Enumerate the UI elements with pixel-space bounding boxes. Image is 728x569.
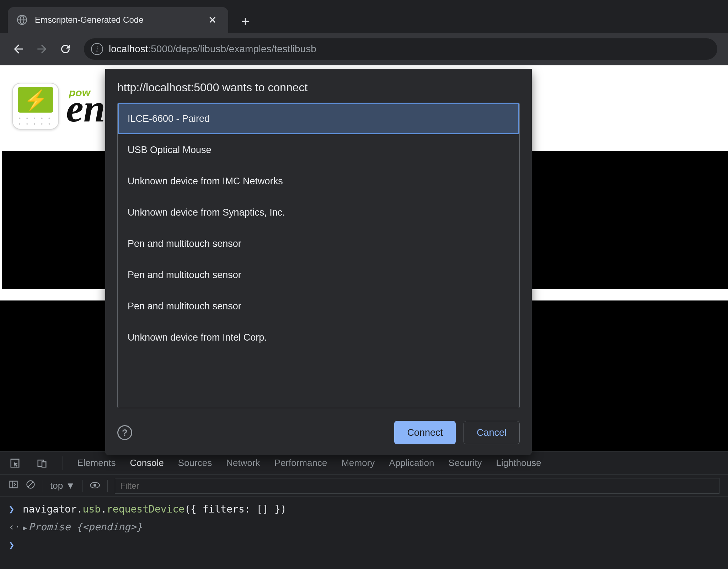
device-toggle-icon[interactable] [36, 457, 48, 470]
emscripten-logo: ⚡ • • • • •• • • • • [12, 83, 59, 130]
prompt-chevron-icon: ❯ [9, 536, 17, 554]
console-toolbar: top ▼ [0, 475, 728, 497]
devtools-panel: Elements Console Sources Network Perform… [0, 451, 728, 569]
devtools-tab-elements[interactable]: Elements [77, 457, 116, 468]
device-item[interactable]: Unknown device from IMC Networks [118, 166, 519, 197]
back-button[interactable] [11, 41, 26, 57]
output-chevron-icon: ‹· [9, 518, 17, 536]
close-icon[interactable]: ✕ [206, 14, 218, 26]
address-bar[interactable]: i localhost:5000/deps/libusb/examples/te… [84, 38, 717, 60]
device-item[interactable]: Pen and multitouch sensor [118, 259, 519, 291]
reload-button[interactable] [58, 41, 73, 57]
clear-console-icon[interactable] [26, 479, 36, 492]
info-icon[interactable]: i [91, 43, 103, 55]
live-expression-icon[interactable] [90, 480, 100, 491]
new-tab-button[interactable]: ＋ [238, 13, 252, 28]
devtools-tab-console[interactable]: Console [130, 457, 164, 468]
svg-point-9 [93, 484, 96, 487]
cancel-button[interactable]: Cancel [464, 421, 520, 444]
url-text: localhost:5000/deps/libusb/examples/test… [109, 43, 316, 55]
console-input-text: navigator.usb.requestDevice({ filters: [… [23, 500, 287, 518]
console-log: ❯ navigator.usb.requestDevice({ filters:… [0, 497, 728, 558]
globe-icon [16, 14, 28, 26]
sidebar-toggle-icon[interactable] [9, 479, 18, 492]
browser-tab[interactable]: Emscripten-Generated Code ✕ [8, 7, 228, 33]
help-icon[interactable]: ? [117, 425, 132, 440]
browser-toolbar: i localhost:5000/deps/libusb/examples/te… [0, 33, 728, 65]
input-chevron-icon: ❯ [9, 500, 17, 518]
device-list: ILCE-6600 - Paired USB Optical Mouse Unk… [117, 103, 520, 408]
device-item[interactable]: ILCE-6600 - Paired [118, 103, 519, 134]
console-output-row: ‹· ▶Promise {<pending>} [9, 518, 719, 536]
device-item[interactable]: Pen and multitouch sensor [118, 228, 519, 259]
device-item[interactable]: Unknown device from Intel Corp. [118, 322, 519, 353]
bolt-icon: ⚡ [24, 89, 48, 111]
devtools-tab-memory[interactable]: Memory [341, 457, 375, 468]
usb-device-dialog: http://localhost:5000 wants to connect I… [105, 69, 532, 455]
devtools-tab-security[interactable]: Security [449, 457, 482, 468]
devtools-tab-lighthouse[interactable]: Lighthouse [496, 457, 541, 468]
dialog-title: http://localhost:5000 wants to connect [117, 81, 520, 94]
device-item[interactable]: USB Optical Mouse [118, 134, 519, 166]
console-input-row: ❯ navigator.usb.requestDevice({ filters:… [9, 500, 719, 518]
svg-rect-3 [42, 462, 46, 467]
forward-button[interactable] [34, 41, 50, 57]
console-output-text[interactable]: ▶Promise {<pending>} [23, 518, 142, 536]
devtools-tab-sources[interactable]: Sources [178, 457, 212, 468]
console-filter-input[interactable] [115, 478, 719, 494]
chevron-down-icon: ▼ [66, 480, 75, 491]
devtools-tab-network[interactable]: Network [226, 457, 260, 468]
devtools-tab-performance[interactable]: Performance [274, 457, 327, 468]
svg-line-7 [28, 482, 33, 487]
context-selector[interactable]: top ▼ [50, 480, 75, 491]
devtools-tab-application[interactable]: Application [389, 457, 434, 468]
expand-triangle-icon[interactable]: ▶ [23, 524, 27, 532]
tab-title: Emscripten-Generated Code [35, 15, 199, 25]
inspect-icon[interactable] [9, 457, 21, 470]
device-item[interactable]: Unknown device from Synaptics, Inc. [118, 197, 519, 228]
device-item[interactable]: Pen and multitouch sensor [118, 291, 519, 322]
console-prompt-row[interactable]: ❯ [9, 536, 719, 554]
emscripten-wordmark: pow en [66, 87, 105, 126]
connect-button[interactable]: Connect [394, 421, 456, 444]
browser-tabstrip: Emscripten-Generated Code ✕ ＋ [0, 0, 728, 33]
